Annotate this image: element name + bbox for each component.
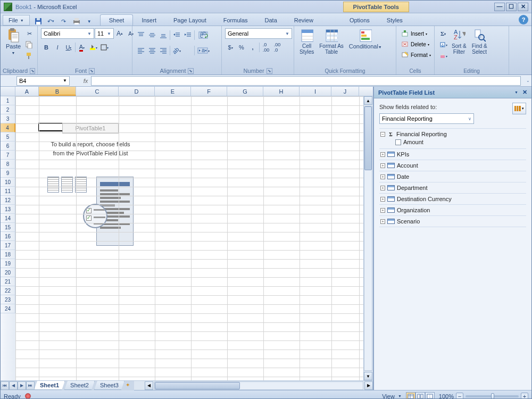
align-bottom-icon[interactable] xyxy=(158,30,169,40)
scroll-up-icon[interactable]: ▲ xyxy=(364,96,372,105)
field-table[interactable]: +KPIs xyxy=(379,149,526,160)
border-button[interactable]: ▾ xyxy=(99,42,110,53)
tab-options[interactable]: Options xyxy=(341,15,378,26)
qat-customize-icon[interactable]: ▼ xyxy=(85,17,94,26)
expand-icon[interactable]: + xyxy=(380,197,385,202)
font-size-select[interactable]: 11▼ xyxy=(95,28,114,39)
column-header[interactable]: E xyxy=(155,87,191,96)
field-list-layout-button[interactable]: ▾ xyxy=(512,103,526,114)
currency-button[interactable]: $▾ xyxy=(225,42,236,53)
row-header[interactable]: 19 xyxy=(1,259,15,268)
expand-icon[interactable]: + xyxy=(380,186,385,190)
column-header[interactable]: H xyxy=(263,87,300,96)
expand-icon[interactable]: + xyxy=(380,152,385,157)
last-sheet-icon[interactable]: ⏭ xyxy=(26,381,35,390)
next-sheet-icon[interactable]: ▶ xyxy=(18,381,26,390)
scroll-down-icon[interactable]: ▼ xyxy=(364,372,372,380)
expand-icon[interactable]: + xyxy=(380,219,385,224)
align-center-icon[interactable] xyxy=(147,45,157,56)
increase-decimal-icon[interactable]: .0.00 xyxy=(261,42,271,53)
format-as-table-button[interactable]: Format As Table xyxy=(317,28,346,56)
row-header[interactable]: 10 xyxy=(1,178,15,187)
sheet-tab-1[interactable]: Sheet1 xyxy=(34,381,65,390)
column-header[interactable]: C xyxy=(76,87,119,96)
pane-close-icon[interactable]: ✕ xyxy=(522,89,527,96)
formula-input[interactable] xyxy=(91,76,521,86)
redo-icon[interactable]: ↷ xyxy=(60,17,68,26)
row-header[interactable]: 17 xyxy=(1,241,15,250)
row-header[interactable]: 15 xyxy=(1,223,15,232)
scroll-right-icon[interactable]: ▶ xyxy=(364,381,373,390)
minimize-button[interactable]: — xyxy=(494,3,505,11)
number-launcher-icon[interactable]: ⬊ xyxy=(267,68,272,74)
cut-icon[interactable]: ✂ xyxy=(24,28,35,39)
prev-sheet-icon[interactable]: ◀ xyxy=(9,381,18,390)
tab-sheet[interactable]: Sheet xyxy=(100,14,134,26)
orientation-icon[interactable]: ab▾ xyxy=(171,45,182,56)
column-header[interactable]: B xyxy=(39,87,76,96)
alignment-launcher-icon[interactable]: ⬊ xyxy=(188,68,194,74)
measure-amount[interactable]: Amount xyxy=(380,137,525,146)
sheet-tab-3[interactable]: Sheet3 xyxy=(94,381,124,390)
sort-filter-button[interactable]: AZ Sort & Filter xyxy=(450,28,469,56)
column-header[interactable]: I xyxy=(300,87,331,96)
field-table[interactable]: +Organization xyxy=(379,205,526,216)
field-table[interactable]: +Account xyxy=(379,160,526,171)
align-right-icon[interactable] xyxy=(158,45,169,56)
page-layout-view-icon[interactable] xyxy=(415,392,425,400)
pane-title-bar[interactable]: PivotTable Field List ▼ ✕ xyxy=(374,87,531,98)
font-name-select[interactable]: Calibri▼ xyxy=(41,28,94,39)
field-table[interactable]: +Scenario xyxy=(379,216,526,227)
bold-button[interactable]: B xyxy=(41,42,52,53)
align-middle-icon[interactable] xyxy=(147,30,157,40)
row-header[interactable]: 18 xyxy=(1,250,15,259)
row-header[interactable]: 16 xyxy=(1,232,15,241)
increase-indent-icon[interactable] xyxy=(182,30,193,40)
row-header[interactable]: 8 xyxy=(1,160,15,169)
italic-button[interactable]: I xyxy=(52,42,63,53)
expand-icon[interactable]: + xyxy=(380,208,385,213)
print-icon[interactable] xyxy=(72,17,81,26)
zoom-level[interactable]: 100% xyxy=(439,393,454,400)
format-painter-icon[interactable] xyxy=(24,51,35,61)
field-table[interactable]: +Destination Currency xyxy=(379,194,526,205)
column-header[interactable]: G xyxy=(227,87,263,96)
show-fields-select[interactable]: Financial Reporting∨ xyxy=(379,113,474,124)
sheet-tab-2[interactable]: Sheet2 xyxy=(64,381,95,390)
row-header[interactable]: 12 xyxy=(1,196,15,205)
decrease-indent-icon[interactable] xyxy=(171,30,182,40)
first-sheet-icon[interactable]: ⏮ xyxy=(1,381,9,390)
tab-data[interactable]: Data xyxy=(256,15,286,26)
pane-menu-icon[interactable]: ▼ xyxy=(514,90,518,94)
fill-icon[interactable]: ▾ xyxy=(438,39,448,50)
find-select-button[interactable]: Find & Select xyxy=(470,28,489,56)
normal-view-icon[interactable] xyxy=(406,392,415,400)
row-header[interactable]: 22 xyxy=(1,286,15,295)
save-icon[interactable] xyxy=(34,17,43,26)
tab-styles[interactable]: Styles xyxy=(378,15,411,26)
copy-icon[interactable] xyxy=(24,39,35,50)
expand-formula-bar-icon[interactable]: ⌄ xyxy=(524,78,531,83)
wrap-text-icon[interactable]: abc xyxy=(196,30,211,40)
file-menu[interactable]: File▼ xyxy=(3,15,30,26)
row-header[interactable]: 23 xyxy=(1,295,15,304)
undo-icon[interactable]: ↶▾ xyxy=(47,17,55,26)
font-launcher-icon[interactable]: ⬊ xyxy=(89,68,95,74)
row-header[interactable]: 13 xyxy=(1,205,15,214)
grow-font-icon[interactable]: A▴ xyxy=(114,28,125,39)
zoom-in-button[interactable]: + xyxy=(521,393,528,400)
row-header[interactable]: 20 xyxy=(1,268,15,277)
expand-icon[interactable]: + xyxy=(380,174,385,179)
row-header[interactable]: 3 xyxy=(1,114,15,123)
align-left-icon[interactable] xyxy=(136,45,146,56)
row-header[interactable]: 7 xyxy=(1,151,15,160)
comma-button[interactable]: , xyxy=(247,42,258,53)
row-header[interactable]: 2 xyxy=(1,105,15,114)
view-menu-icon[interactable]: ▼ xyxy=(398,394,402,398)
scroll-left-icon[interactable]: ◀ xyxy=(145,381,153,390)
decrease-decimal-icon[interactable]: .00.0 xyxy=(272,42,282,53)
name-box[interactable]: B4▼ xyxy=(16,76,70,86)
percent-button[interactable]: % xyxy=(236,42,247,53)
close-button[interactable]: ✕ xyxy=(518,3,528,11)
select-all-corner[interactable] xyxy=(1,87,15,96)
